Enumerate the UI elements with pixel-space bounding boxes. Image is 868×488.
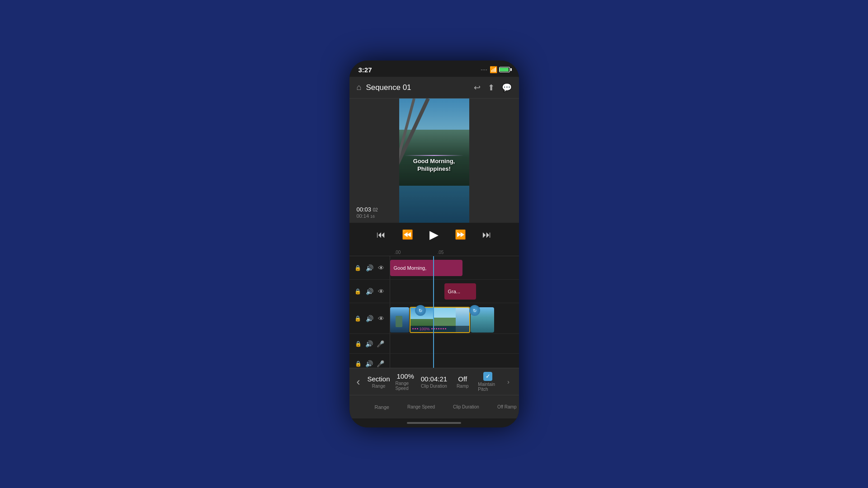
frame-forward-button[interactable]: ⏩ (453, 227, 468, 242)
playback-controls: ⏮ ⏪ ▶ ⏩ ⏭ (349, 223, 519, 246)
status-icons: ···· 📶 (481, 66, 509, 73)
range-speed-label-item: Range Speed (407, 404, 435, 409)
eye-icon-1[interactable]: 👁 (378, 264, 384, 272)
section-range-item: Section Range (366, 373, 392, 390)
section-range-label: Range (375, 404, 389, 410)
volume-icon-audio2[interactable]: 🔊 (365, 360, 373, 367)
timeline-area: .00 .05 🔒 🔊 👁 Good Morning, (349, 246, 519, 368)
track-content-audio2 (390, 354, 519, 368)
lock-icon-video[interactable]: 🔒 (354, 315, 361, 322)
status-time: 3:27 (359, 66, 372, 74)
ruler-mark-00: .00 (395, 250, 401, 255)
speed-dots-right (431, 328, 446, 329)
title-underline (405, 155, 463, 156)
clip-duration-sub-label: Clip Duration (453, 404, 479, 409)
track-row-text2: 🔒 🔊 👁 Gra... (349, 280, 519, 303)
speed-dots (412, 328, 418, 329)
range-speed-item[interactable]: 100% Range Speed (394, 371, 417, 393)
bottom-panel-row1: ‹ Section Range 100% Range Speed 00:04:2… (349, 368, 519, 395)
ruler-mark-05: .05 (438, 250, 444, 255)
track-controls-audio1: 🔒 🔊 🎤 (349, 334, 390, 353)
track-content-text2: Gra... (390, 280, 519, 303)
nav-actions: ↩ ⬆ 💬 (474, 83, 512, 93)
wifi-icon: 📶 (490, 66, 497, 73)
clip-duration-label-item: Clip Duration (453, 404, 479, 409)
timecode-area: 00:03 02 00:14 16 (357, 206, 378, 219)
section-range-value: Range (375, 404, 389, 410)
speed-handle-right[interactable]: ↻ (469, 305, 480, 316)
phone-frame: 3:27 ···· 📶 ⌂ Sequence 01 ↩ ⬆ 💬 (349, 61, 519, 427)
speed-bar: 100% (410, 326, 469, 332)
skip-back-button[interactable]: ⏮ (375, 228, 387, 242)
clip-gra[interactable]: Gra... (444, 283, 476, 300)
home-indicator (349, 418, 519, 427)
volume-icon-1[interactable]: 🔊 (366, 264, 373, 272)
video-background: Good Morning, Philippines! (399, 99, 469, 223)
range-speed-value: 100% (396, 372, 414, 380)
ramp-label-item: Off Ramp (497, 404, 517, 409)
ramp-item[interactable]: Off Ramp (451, 373, 474, 390)
battery-icon (499, 67, 510, 72)
range-speed-sub-label: Range Speed (407, 404, 435, 409)
timeline-ruler: .00 .05 (349, 246, 519, 256)
timecode-current: 00:03 02 (357, 206, 378, 213)
eye-icon-2[interactable]: 👁 (378, 288, 384, 295)
track-row-audio2: 🔒 🔊 🎤 (349, 354, 519, 368)
speed-handle-left-icon: ↻ (419, 308, 422, 313)
bottom-panel: ‹ Section Range 100% Range Speed 00:04:2… (349, 368, 519, 418)
lock-icon-2[interactable]: 🔒 (354, 288, 361, 295)
track-row-text1: 🔒 🔊 👁 Good Morning, (349, 256, 519, 280)
ramp-label: Ramp (457, 384, 469, 389)
timecode-total: 00:14 16 (357, 213, 378, 219)
track-controls-2: 🔒 🔊 👁 (349, 280, 390, 303)
clip-duration-value: 00:04:21 (421, 375, 447, 383)
lock-icon-1[interactable]: 🔒 (354, 265, 361, 271)
comment-icon[interactable]: 💬 (502, 83, 512, 93)
clip-duration-label: Clip Duration (421, 384, 447, 389)
volume-icon-2[interactable]: 🔊 (366, 288, 373, 295)
lock-icon-audio1[interactable]: 🔒 (355, 341, 362, 347)
re-item[interactable]: › (502, 376, 515, 387)
ramp-off-label: Off Ramp (497, 404, 517, 409)
volume-icon-audio1[interactable]: 🔊 (365, 340, 373, 347)
status-bar: 3:27 ···· 📶 (349, 61, 519, 77)
share-icon[interactable]: ⬆ (488, 83, 495, 93)
eye-icon-video[interactable]: 👁 (378, 315, 384, 322)
skip-forward-button[interactable]: ⏭ (481, 228, 493, 242)
mic-icon-audio2[interactable]: 🎤 (377, 360, 384, 367)
thumbnail-person (390, 307, 409, 333)
checkmark-icon: ✓ (486, 373, 491, 380)
track-content-audio1 (390, 334, 519, 353)
clip-duration-item[interactable]: 00:04:21 Clip Duration (419, 373, 449, 390)
home-bar (407, 422, 461, 424)
signal-icon: ···· (481, 67, 487, 72)
lock-icon-audio2[interactable]: 🔒 (355, 361, 362, 367)
maintain-pitch-item[interactable]: ✓ Maintain Pitch (476, 370, 500, 394)
track-controls-audio2: 🔒 🔊 🎤 (349, 354, 390, 368)
section-label: Range (372, 384, 385, 389)
track-controls-1: 🔒 🔊 👁 (349, 256, 390, 279)
section-value: Section (368, 375, 390, 383)
mic-icon-audio1[interactable]: 🎤 (377, 340, 384, 347)
speed-handle-right-icon: ↻ (473, 308, 476, 313)
play-button[interactable]: ▶ (428, 226, 440, 244)
speed-value: 100% (420, 327, 430, 331)
speed-handle-left[interactable]: ↻ (415, 305, 426, 316)
range-speed-label: Range Speed (396, 381, 415, 391)
track-content-text1: Good Morning, (390, 256, 519, 279)
clip-good-morning[interactable]: Good Morning, (390, 260, 462, 276)
back-button[interactable]: ‹ (353, 372, 364, 392)
frame-back-button[interactable]: ⏪ (400, 227, 415, 242)
timeline-tracks: 🔒 🔊 👁 Good Morning, 🔒 🔊 👁 (349, 256, 519, 368)
maintain-pitch-checkbox[interactable]: ✓ (483, 372, 492, 381)
re-value: › (507, 378, 509, 385)
track-content-video: ↻ ↻ (390, 303, 519, 333)
volume-icon-video[interactable]: 🔊 (366, 315, 373, 322)
video-preview: Good Morning, Philippines! 00:03 02 00:1… (349, 99, 519, 223)
home-icon[interactable]: ⌂ (357, 83, 362, 92)
undo-icon[interactable]: ↩ (474, 83, 481, 93)
track-row-audio1: 🔒 🔊 🎤 (349, 334, 519, 354)
video-title-text: Good Morning, Philippines! (405, 158, 463, 173)
bottom-panel-row2: Range Range Speed Clip Duration Off Ramp… (349, 395, 519, 418)
sequence-title: Sequence 01 (366, 83, 473, 92)
